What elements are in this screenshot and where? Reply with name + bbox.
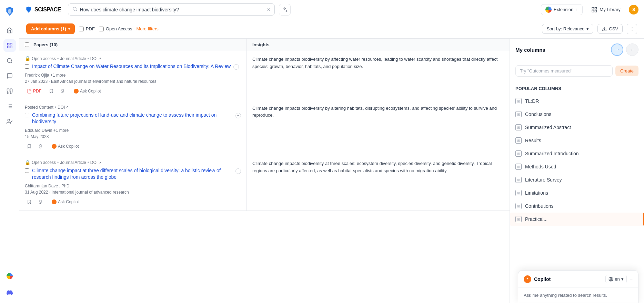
chrome-icon — [545, 7, 552, 13]
paper-checkbox-3[interactable] — [25, 168, 29, 173]
columns-search-input[interactable] — [515, 65, 613, 77]
column-item-tldr[interactable]: TL:DR — [510, 95, 644, 108]
bookmark-icon — [49, 89, 54, 94]
minimize-button[interactable]: − — [630, 276, 633, 282]
table-row: 🔓 Open access • Journal Article • DOI ↗ … — [19, 155, 510, 211]
paper-checkbox-1[interactable] — [25, 64, 29, 69]
sidebar-item-list[interactable] — [3, 100, 16, 113]
popular-columns-title: POPULAR COLUMNS — [510, 81, 644, 95]
table-row: 🔓 Open access • Journal Article • DOI ↗ … — [19, 51, 510, 100]
sidebar-item-chat[interactable] — [3, 70, 16, 82]
column-item-literature-survey[interactable]: Literature Survey — [510, 173, 644, 186]
collapse-btn-3[interactable]: − — [235, 168, 241, 174]
paper-meta-1: 🔓 Open access • Journal Article • DOI ↗ — [25, 56, 241, 61]
ask-copilot-button-1[interactable]: Ask Copilot — [72, 87, 103, 95]
collapse-btn-1[interactable]: − — [233, 64, 239, 70]
create-button[interactable]: Create — [615, 66, 638, 76]
sidebar-item-user-check[interactable] — [3, 115, 16, 128]
sidebar-item-home[interactable] — [3, 24, 16, 37]
ask-copilot-button-2[interactable]: Ask Copilot — [50, 143, 81, 150]
columns-panel: My columns → ← Create POPULAR COLUMNS — [510, 39, 644, 303]
open-access-checkbox[interactable] — [99, 27, 104, 31]
cite-icon — [61, 89, 66, 94]
pdf-button-1[interactable]: PDF — [25, 87, 43, 95]
sidebar-item-discord[interactable] — [3, 286, 16, 299]
sidebar-item-search[interactable] — [3, 55, 16, 67]
column-item-practical[interactable]: Practical... — [510, 213, 644, 226]
magic-button[interactable] — [279, 4, 291, 16]
more-filters-button[interactable]: More filters — [136, 26, 158, 31]
pdf-filter[interactable]: PDF — [79, 26, 95, 31]
column-item-summarized-introduction[interactable]: Summarized Introduction — [510, 147, 644, 160]
column-checkbox-icon — [515, 124, 522, 130]
column-item-limitations[interactable]: Limitations — [510, 186, 644, 199]
download-icon — [602, 27, 607, 31]
paper-meta-3: 🔓 Open access • Journal Article • DOI ↗ — [25, 160, 241, 165]
chevron-down-icon: ▾ — [68, 27, 70, 31]
topbar: SCISPACE ✕ Extension + — [19, 0, 644, 19]
sidebar-item-dashboard[interactable] — [3, 39, 16, 52]
paper-title-1[interactable]: Impact of Climate Change on Water Resour… — [32, 63, 231, 70]
svg-rect-19 — [595, 10, 597, 12]
doi-link-3[interactable]: DOI ↗ — [90, 160, 101, 165]
column-item-contributions[interactable]: Contributions — [510, 199, 644, 213]
cite-button-1[interactable] — [59, 87, 68, 95]
sidebar-item-chrome[interactable] — [3, 270, 16, 282]
user-avatar[interactable]: S — [629, 5, 638, 14]
language-button[interactable]: en ▾ — [605, 275, 626, 283]
insight-cell-2: Climate change impacts biodiversity by a… — [247, 100, 510, 155]
pdf-checkbox[interactable] — [79, 27, 84, 31]
copilot-logo-icon — [524, 275, 531, 283]
column-checkbox-icon — [515, 203, 522, 209]
csv-button[interactable]: CSV — [597, 24, 623, 34]
paper-authors-2: Edouard Davin +1 more — [25, 128, 241, 133]
scispace-logo[interactable] — [2, 4, 17, 19]
paper-cell-1: 🔓 Open access • Journal Article • DOI ↗ … — [19, 51, 247, 100]
column-item-results[interactable]: Results — [510, 134, 644, 147]
add-columns-button[interactable]: Add columns (1) ▾ — [26, 23, 75, 34]
bookmark-button-2[interactable] — [25, 143, 34, 150]
open-access-icon: 🔓 — [25, 56, 30, 61]
paper-actions-2: Ask Copilot — [25, 143, 241, 150]
more-options-button[interactable]: ⋮ — [627, 24, 637, 34]
column-checkbox-icon — [515, 190, 522, 196]
paper-date-1: 27 Jan 2023 · East African journal of en… — [25, 79, 241, 84]
nav-back-button[interactable]: ← — [626, 43, 638, 56]
sidebar-item-quotes[interactable] — [3, 85, 16, 97]
copilot-icon — [74, 89, 79, 94]
paper-title-3[interactable]: Climate change impact at three different… — [32, 167, 233, 181]
cite-button-2[interactable] — [37, 143, 46, 150]
collapse-btn-2[interactable]: − — [235, 113, 241, 118]
paper-date-2: 15 May 2023 — [25, 134, 241, 139]
nav-forward-button[interactable]: → — [611, 43, 623, 56]
sort-button[interactable]: Sort by: Relevance ▾ — [542, 24, 593, 34]
paper-checkbox-2[interactable] — [25, 113, 29, 117]
paper-date-3: 31 Aug 2022 · International journal of a… — [25, 190, 241, 195]
paper-actions-1: PDF Ask Copilot — [25, 87, 241, 95]
cite-button-3[interactable] — [37, 198, 46, 206]
extension-button[interactable]: Extension + — [541, 4, 583, 15]
paper-authors-1: Fredrick Ojija +1 more — [25, 73, 241, 78]
search-clear-icon[interactable]: ✕ — [267, 7, 270, 12]
copilot-title: Copilot — [524, 275, 551, 283]
table-header: Papers (10) Insights — [19, 39, 510, 51]
ask-copilot-button-3[interactable]: Ask Copilot — [50, 198, 81, 206]
cite-icon — [39, 144, 44, 149]
bookmark-button-1[interactable] — [47, 87, 56, 95]
column-item-methods-used[interactable]: Methods Used — [510, 160, 644, 173]
doi-link-1[interactable]: DOI ↗ — [90, 56, 101, 61]
paper-cell-3: 🔓 Open access • Journal Article • DOI ↗ … — [19, 155, 247, 211]
table-main: Papers (10) Insights 🔓 Open access • — [19, 39, 510, 303]
copilot-icon — [52, 199, 57, 204]
paper-title-2[interactable]: Combining future projections of land-use… — [32, 112, 233, 125]
open-access-filter[interactable]: Open Access — [99, 26, 132, 31]
search-input[interactable] — [80, 7, 264, 12]
column-item-summarized-abstract[interactable]: Summarized Abstract — [510, 121, 644, 134]
my-library-button[interactable]: My Library — [587, 4, 625, 15]
topbar-right: Extension + My Library S — [541, 4, 638, 15]
bookmark-button-3[interactable] — [25, 198, 34, 206]
select-all-checkbox[interactable] — [25, 42, 29, 47]
column-item-conclusions[interactable]: Conclusions — [510, 108, 644, 121]
doi-link-2[interactable]: DOI ↗ — [58, 105, 68, 110]
main-content: SCISPACE ✕ Extension + — [19, 0, 644, 303]
